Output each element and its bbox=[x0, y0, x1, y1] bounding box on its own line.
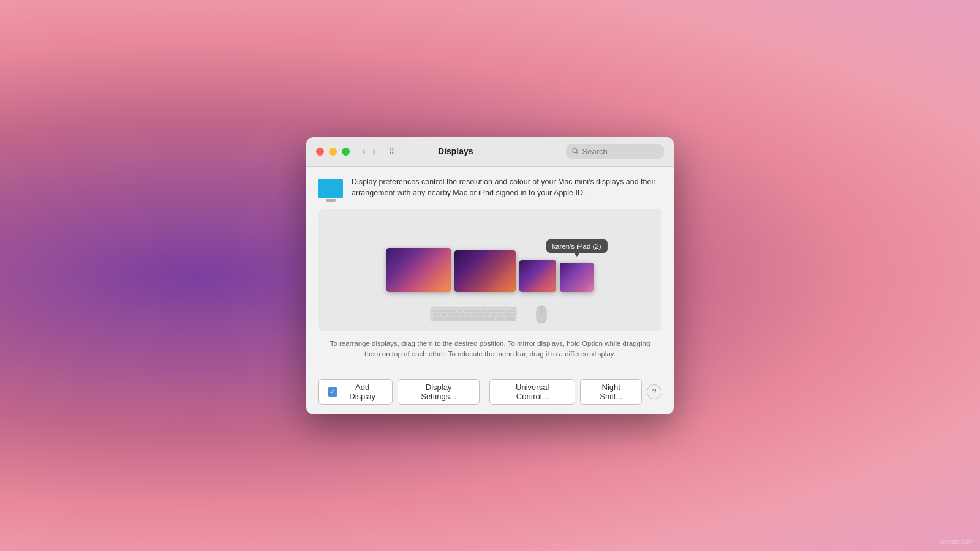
peripherals-illustration bbox=[429, 304, 551, 324]
help-button[interactable]: ? bbox=[647, 384, 662, 399]
svg-rect-7 bbox=[458, 310, 462, 312]
svg-rect-31 bbox=[505, 317, 515, 320]
svg-rect-20 bbox=[460, 313, 465, 316]
window-title: Displays bbox=[353, 146, 559, 156]
display-ipad2[interactable] bbox=[560, 263, 594, 292]
display-settings-button[interactable]: Display Settings... bbox=[398, 379, 480, 405]
universal-control-button[interactable]: Universal Control... bbox=[489, 379, 575, 405]
help-text: To rearrange displays, drag them to the … bbox=[318, 339, 662, 360]
description-row: Display preferences control the resoluti… bbox=[318, 176, 662, 200]
close-button[interactable] bbox=[316, 148, 324, 156]
search-bar[interactable] bbox=[566, 144, 664, 159]
svg-rect-27 bbox=[503, 313, 515, 316]
svg-rect-22 bbox=[472, 313, 477, 316]
svg-rect-21 bbox=[466, 313, 471, 316]
svg-rect-5 bbox=[445, 310, 450, 312]
minimize-button[interactable] bbox=[329, 148, 337, 156]
night-shift-button[interactable]: Night Shift... bbox=[580, 379, 642, 405]
display-wallpaper-ipad2 bbox=[560, 263, 594, 292]
svg-rect-18 bbox=[448, 313, 453, 316]
svg-rect-6 bbox=[451, 310, 456, 312]
svg-rect-26 bbox=[497, 313, 502, 316]
display-main[interactable] bbox=[386, 248, 451, 292]
night-shift-label: Night Shift... bbox=[600, 383, 622, 401]
svg-rect-15 bbox=[507, 310, 515, 312]
maximize-button[interactable] bbox=[342, 148, 350, 156]
display-ipad1[interactable] bbox=[519, 260, 556, 292]
svg-rect-10 bbox=[476, 310, 481, 312]
svg-rect-29 bbox=[445, 317, 494, 320]
svg-rect-11 bbox=[482, 310, 487, 312]
arrangement-area: karen's iPad (2) bbox=[318, 209, 662, 331]
display-secondary[interactable] bbox=[454, 250, 516, 292]
svg-rect-16 bbox=[433, 313, 440, 316]
svg-rect-8 bbox=[464, 310, 469, 312]
tooltip-karens-ipad: karen's iPad (2) bbox=[546, 239, 607, 253]
svg-rect-12 bbox=[488, 310, 493, 312]
svg-rect-3 bbox=[433, 310, 438, 312]
svg-rect-25 bbox=[491, 313, 496, 316]
search-icon bbox=[572, 148, 579, 155]
svg-rect-17 bbox=[442, 313, 447, 316]
universal-control-label: Universal Control... bbox=[516, 383, 549, 401]
add-display-label: Add Display bbox=[341, 383, 383, 401]
svg-point-0 bbox=[573, 149, 577, 153]
svg-rect-9 bbox=[470, 310, 475, 312]
system-preferences-window: ‹ › ⠿ Displays Display preferences contr… bbox=[306, 137, 674, 414]
help-label: ? bbox=[652, 388, 657, 396]
svg-line-1 bbox=[576, 152, 578, 154]
add-display-button[interactable]: ✓ Add Display bbox=[318, 379, 393, 405]
display-wallpaper-ipad1 bbox=[519, 260, 556, 292]
title-bar: ‹ › ⠿ Displays bbox=[306, 137, 674, 167]
bottom-buttons: ✓ Add Display Display Settings... Univer… bbox=[318, 370, 662, 405]
content-area: Display preferences control the resoluti… bbox=[306, 167, 674, 414]
svg-rect-4 bbox=[439, 310, 444, 312]
displays-container: karen's iPad (2) bbox=[386, 248, 594, 292]
watermark: wsxdn.com bbox=[940, 538, 974, 545]
search-input[interactable] bbox=[582, 147, 658, 156]
ipad2-wrapper: karen's iPad (2) bbox=[560, 263, 594, 292]
add-display-checkbox: ✓ bbox=[328, 387, 337, 397]
svg-rect-24 bbox=[484, 313, 489, 316]
display-icon bbox=[318, 179, 343, 198]
display-wallpaper-main bbox=[386, 248, 451, 292]
svg-rect-30 bbox=[496, 317, 504, 320]
display-settings-label: Display Settings... bbox=[421, 383, 456, 401]
svg-rect-19 bbox=[454, 313, 459, 316]
svg-rect-23 bbox=[478, 313, 483, 316]
svg-rect-14 bbox=[500, 310, 505, 312]
window-controls bbox=[316, 148, 350, 156]
description-text: Display preferences control the resoluti… bbox=[352, 176, 662, 200]
mouse-icon bbox=[532, 304, 551, 324]
keyboard-icon bbox=[429, 305, 527, 323]
svg-rect-13 bbox=[494, 310, 499, 312]
svg-rect-28 bbox=[433, 317, 444, 320]
display-wallpaper-secondary bbox=[454, 250, 516, 292]
